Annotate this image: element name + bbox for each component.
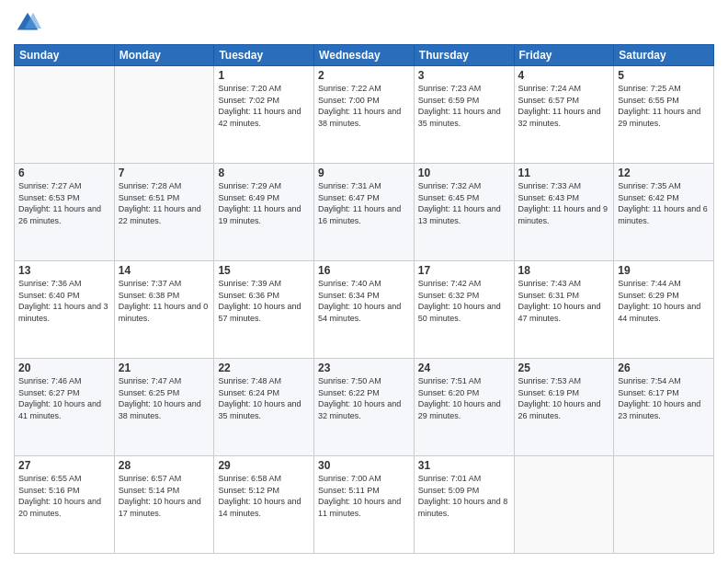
logo-icon <box>14 9 41 37</box>
day-cell: 26Sunrise: 7:54 AM Sunset: 6:17 PM Dayli… <box>614 359 714 456</box>
day-info: Sunrise: 7:33 AM Sunset: 6:43 PM Dayligh… <box>518 180 610 226</box>
day-cell: 27Sunrise: 6:55 AM Sunset: 5:16 PM Dayli… <box>15 456 115 554</box>
day-number: 5 <box>618 69 710 82</box>
day-number: 3 <box>418 69 510 82</box>
day-number: 31 <box>418 459 510 472</box>
day-number: 2 <box>318 69 410 82</box>
day-info: Sunrise: 7:50 AM Sunset: 6:22 PM Dayligh… <box>318 375 410 421</box>
day-cell: 28Sunrise: 6:57 AM Sunset: 5:14 PM Dayli… <box>114 456 214 554</box>
day-number: 13 <box>18 264 110 277</box>
day-info: Sunrise: 7:39 AM Sunset: 6:36 PM Dayligh… <box>218 278 310 324</box>
day-info: Sunrise: 7:00 AM Sunset: 5:11 PM Dayligh… <box>318 473 410 519</box>
day-info: Sunrise: 7:35 AM Sunset: 6:42 PM Dayligh… <box>618 180 710 226</box>
day-info: Sunrise: 7:32 AM Sunset: 6:45 PM Dayligh… <box>418 180 510 226</box>
week-row-3: 20Sunrise: 7:46 AM Sunset: 6:27 PM Dayli… <box>15 359 714 456</box>
day-number: 20 <box>18 362 110 374</box>
day-cell: 23Sunrise: 7:50 AM Sunset: 6:22 PM Dayli… <box>314 359 415 456</box>
day-info: Sunrise: 6:55 AM Sunset: 5:16 PM Dayligh… <box>18 473 110 519</box>
col-wednesday: Wednesday <box>314 45 415 66</box>
day-cell: 12Sunrise: 7:35 AM Sunset: 6:42 PM Dayli… <box>614 164 714 261</box>
day-number: 6 <box>18 167 110 179</box>
day-cell: 8Sunrise: 7:29 AM Sunset: 6:49 PM Daylig… <box>214 164 314 261</box>
day-number: 19 <box>618 264 710 277</box>
day-number: 12 <box>618 167 710 179</box>
week-row-4: 27Sunrise: 6:55 AM Sunset: 5:16 PM Dayli… <box>15 456 714 554</box>
day-cell: 25Sunrise: 7:53 AM Sunset: 6:19 PM Dayli… <box>514 359 614 456</box>
day-cell: 30Sunrise: 7:00 AM Sunset: 5:11 PM Dayli… <box>314 456 415 554</box>
day-info: Sunrise: 7:22 AM Sunset: 7:00 PM Dayligh… <box>318 83 410 129</box>
day-info: Sunrise: 7:23 AM Sunset: 6:59 PM Dayligh… <box>418 83 510 129</box>
day-number: 11 <box>518 167 610 179</box>
col-saturday: Saturday <box>614 45 714 66</box>
week-row-2: 13Sunrise: 7:36 AM Sunset: 6:40 PM Dayli… <box>15 261 714 359</box>
day-cell: 22Sunrise: 7:48 AM Sunset: 6:24 PM Dayli… <box>214 359 314 456</box>
week-row-0: 1Sunrise: 7:20 AM Sunset: 7:02 PM Daylig… <box>15 66 714 164</box>
day-info: Sunrise: 7:27 AM Sunset: 6:53 PM Dayligh… <box>18 180 110 226</box>
day-number: 18 <box>518 264 610 277</box>
day-cell: 17Sunrise: 7:42 AM Sunset: 6:32 PM Dayli… <box>414 261 514 359</box>
day-cell <box>15 66 115 164</box>
day-number: 25 <box>518 362 610 374</box>
day-info: Sunrise: 7:25 AM Sunset: 6:55 PM Dayligh… <box>618 83 710 129</box>
day-number: 1 <box>218 69 310 82</box>
day-cell: 7Sunrise: 7:28 AM Sunset: 6:51 PM Daylig… <box>114 164 214 261</box>
day-info: Sunrise: 7:47 AM Sunset: 6:25 PM Dayligh… <box>119 375 210 421</box>
day-cell: 14Sunrise: 7:37 AM Sunset: 6:38 PM Dayli… <box>114 261 214 359</box>
day-info: Sunrise: 7:43 AM Sunset: 6:31 PM Dayligh… <box>518 278 610 324</box>
day-cell: 19Sunrise: 7:44 AM Sunset: 6:29 PM Dayli… <box>614 261 714 359</box>
day-number: 24 <box>418 362 510 374</box>
day-info: Sunrise: 6:58 AM Sunset: 5:12 PM Dayligh… <box>218 473 310 519</box>
day-cell: 1Sunrise: 7:20 AM Sunset: 7:02 PM Daylig… <box>214 66 314 164</box>
calendar-header-row: SundayMondayTuesdayWednesdayThursdayFrid… <box>15 45 714 66</box>
day-number: 29 <box>218 459 310 472</box>
day-info: Sunrise: 6:57 AM Sunset: 5:14 PM Dayligh… <box>119 473 210 519</box>
day-cell <box>114 66 214 164</box>
day-info: Sunrise: 7:31 AM Sunset: 6:47 PM Dayligh… <box>318 180 410 226</box>
day-number: 10 <box>418 167 510 179</box>
col-thursday: Thursday <box>414 45 514 66</box>
day-number: 16 <box>318 264 410 277</box>
col-friday: Friday <box>514 45 614 66</box>
header <box>14 9 714 37</box>
page: SundayMondayTuesdayWednesdayThursdayFrid… <box>0 0 728 563</box>
day-number: 4 <box>518 69 610 82</box>
day-number: 28 <box>119 459 210 472</box>
day-info: Sunrise: 7:24 AM Sunset: 6:57 PM Dayligh… <box>518 83 610 129</box>
day-info: Sunrise: 7:20 AM Sunset: 7:02 PM Dayligh… <box>218 83 310 129</box>
day-cell <box>514 456 614 554</box>
day-info: Sunrise: 7:40 AM Sunset: 6:34 PM Dayligh… <box>318 278 410 324</box>
day-cell: 13Sunrise: 7:36 AM Sunset: 6:40 PM Dayli… <box>15 261 115 359</box>
day-info: Sunrise: 7:48 AM Sunset: 6:24 PM Dayligh… <box>218 375 310 421</box>
day-info: Sunrise: 7:46 AM Sunset: 6:27 PM Dayligh… <box>18 375 110 421</box>
day-cell: 16Sunrise: 7:40 AM Sunset: 6:34 PM Dayli… <box>314 261 415 359</box>
day-info: Sunrise: 7:01 AM Sunset: 5:09 PM Dayligh… <box>418 473 510 519</box>
day-info: Sunrise: 7:53 AM Sunset: 6:19 PM Dayligh… <box>518 375 610 421</box>
day-cell: 29Sunrise: 6:58 AM Sunset: 5:12 PM Dayli… <box>214 456 314 554</box>
day-cell: 20Sunrise: 7:46 AM Sunset: 6:27 PM Dayli… <box>15 359 115 456</box>
col-tuesday: Tuesday <box>214 45 314 66</box>
day-cell: 2Sunrise: 7:22 AM Sunset: 7:00 PM Daylig… <box>314 66 415 164</box>
day-cell: 3Sunrise: 7:23 AM Sunset: 6:59 PM Daylig… <box>414 66 514 164</box>
day-info: Sunrise: 7:42 AM Sunset: 6:32 PM Dayligh… <box>418 278 510 324</box>
day-cell: 11Sunrise: 7:33 AM Sunset: 6:43 PM Dayli… <box>514 164 614 261</box>
day-number: 14 <box>119 264 210 277</box>
day-cell: 31Sunrise: 7:01 AM Sunset: 5:09 PM Dayli… <box>414 456 514 554</box>
day-info: Sunrise: 7:28 AM Sunset: 6:51 PM Dayligh… <box>119 180 210 226</box>
day-number: 22 <box>218 362 310 374</box>
day-info: Sunrise: 7:44 AM Sunset: 6:29 PM Dayligh… <box>618 278 710 324</box>
day-cell: 21Sunrise: 7:47 AM Sunset: 6:25 PM Dayli… <box>114 359 214 456</box>
day-number: 30 <box>318 459 410 472</box>
day-cell: 18Sunrise: 7:43 AM Sunset: 6:31 PM Dayli… <box>514 261 614 359</box>
day-cell: 10Sunrise: 7:32 AM Sunset: 6:45 PM Dayli… <box>414 164 514 261</box>
day-number: 15 <box>218 264 310 277</box>
day-cell: 9Sunrise: 7:31 AM Sunset: 6:47 PM Daylig… <box>314 164 415 261</box>
day-info: Sunrise: 7:37 AM Sunset: 6:38 PM Dayligh… <box>119 278 210 324</box>
calendar: SundayMondayTuesdayWednesdayThursdayFrid… <box>14 44 714 554</box>
day-cell: 15Sunrise: 7:39 AM Sunset: 6:36 PM Dayli… <box>214 261 314 359</box>
day-cell: 5Sunrise: 7:25 AM Sunset: 6:55 PM Daylig… <box>614 66 714 164</box>
day-number: 23 <box>318 362 410 374</box>
col-monday: Monday <box>114 45 214 66</box>
week-row-1: 6Sunrise: 7:27 AM Sunset: 6:53 PM Daylig… <box>15 164 714 261</box>
day-info: Sunrise: 7:29 AM Sunset: 6:49 PM Dayligh… <box>218 180 310 226</box>
day-cell <box>614 456 714 554</box>
